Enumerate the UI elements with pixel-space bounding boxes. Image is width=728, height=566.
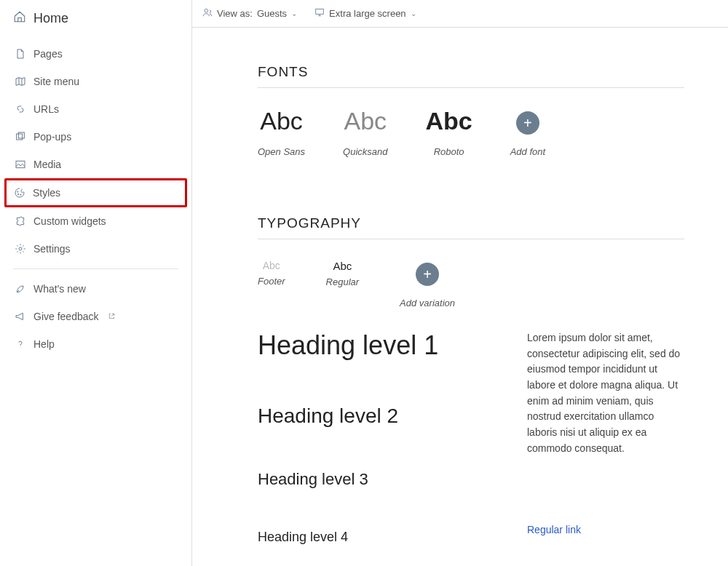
- nav-label: Settings: [33, 243, 71, 255]
- variation-name: Footer: [258, 276, 285, 287]
- font-sample: Abc: [425, 108, 472, 133]
- svg-point-7: [205, 9, 208, 12]
- font-tile-opensans[interactable]: Abc Open Sans: [258, 108, 305, 157]
- puzzle-icon: [15, 215, 26, 227]
- section-divider: [258, 239, 684, 239]
- add-font-label: Add font: [510, 146, 545, 157]
- image-icon: [15, 159, 26, 170]
- svg-rect-1: [18, 132, 24, 138]
- nav-list-main2: Custom widgets Settings: [0, 207, 191, 263]
- nav-item-pages[interactable]: Pages: [7, 40, 184, 68]
- screen-size-dropdown[interactable]: Extra large screen ⌄: [314, 7, 416, 20]
- monitor-icon: [314, 7, 325, 20]
- nav-item-styles[interactable]: Styles: [7, 180, 185, 205]
- nav-item-widgets[interactable]: Custom widgets: [7, 207, 184, 235]
- nav-label: Custom widgets: [33, 215, 106, 227]
- sidebar: Home Pages Site menu URLs Pop-ups Media …: [0, 0, 192, 566]
- gear-icon: [15, 243, 26, 255]
- font-tile-roboto[interactable]: Abc Roboto: [425, 108, 472, 157]
- topbar: View as: Guests ⌄ Extra large screen ⌄: [192, 0, 728, 28]
- lorem-paragraph: Lorem ipsum dolor sit amet, consectetur …: [527, 330, 684, 457]
- home-icon: [13, 10, 26, 27]
- nav-item-settings[interactable]: Settings: [7, 235, 184, 263]
- nav-list-footer: What's new Give feedback Help: [0, 275, 191, 358]
- typography-section: TYPOGRAPHY Abc Footer Abc Regular + Add …: [258, 215, 684, 566]
- nav-item-popups[interactable]: Pop-ups: [7, 123, 184, 151]
- svg-point-5: [20, 194, 21, 195]
- nav-label: Styles: [33, 187, 60, 199]
- nav-item-whatsnew[interactable]: What's new: [7, 275, 184, 303]
- fonts-title: FONTS: [258, 64, 684, 80]
- main-area: View as: Guests ⌄ Extra large screen ⌄ F…: [192, 0, 728, 566]
- sidebar-title: Home: [33, 11, 68, 26]
- typography-title: TYPOGRAPHY: [258, 215, 684, 231]
- external-link-icon: [108, 312, 116, 322]
- content-scroll[interactable]: FONTS Abc Open Sans Abc Quicksand Abc Ro…: [192, 28, 728, 566]
- view-as-prefix: View as:: [217, 8, 253, 19]
- heading-3: Heading level 3: [258, 470, 476, 489]
- help-icon: [15, 338, 26, 350]
- nav-label: Help: [33, 338, 55, 350]
- plus-icon: +: [516, 111, 539, 135]
- popup-icon: [15, 131, 26, 143]
- add-variation-label: Add variation: [400, 298, 455, 308]
- nav-label: What's new: [33, 283, 86, 295]
- nav-item-feedback[interactable]: Give feedback: [7, 303, 184, 330]
- typography-preview: Heading level 1 Heading level 2 Heading …: [258, 330, 684, 566]
- megaphone-icon: [15, 311, 26, 322]
- user-icon: [202, 7, 213, 20]
- headings-column: Heading level 1 Heading level 2 Heading …: [258, 330, 476, 566]
- variation-sample: Abc: [258, 260, 285, 271]
- chevron-down-icon: ⌄: [411, 9, 416, 17]
- map-icon: [15, 76, 26, 87]
- rocket-icon: [15, 283, 26, 295]
- section-divider: [258, 87, 684, 88]
- nav-divider: [13, 268, 178, 269]
- plus-icon: +: [416, 263, 439, 286]
- svg-point-6: [19, 247, 22, 250]
- nav-item-media[interactable]: Media: [7, 151, 184, 178]
- heading-4: Heading level 4: [258, 530, 476, 545]
- link-icon: [15, 103, 26, 115]
- variation-tile-footer[interactable]: Abc Footer: [258, 260, 285, 287]
- fonts-row: Abc Open Sans Abc Quicksand Abc Roboto +…: [258, 108, 684, 157]
- add-font-button[interactable]: + Add font: [510, 108, 545, 157]
- svg-rect-8: [316, 9, 324, 14]
- body-text-column: Lorem ipsum dolor sit amet, consectetur …: [527, 330, 684, 566]
- nav-label: Pages: [33, 48, 63, 60]
- typography-variations-row: Abc Footer Abc Regular + Add variation: [258, 260, 684, 308]
- svg-point-4: [17, 194, 18, 194]
- nav-label: Give feedback: [33, 311, 99, 322]
- add-variation-button[interactable]: + Add variation: [400, 260, 455, 308]
- chevron-down-icon: ⌄: [291, 9, 297, 17]
- font-sample: Abc: [343, 108, 387, 133]
- variation-sample: Abc: [326, 260, 360, 272]
- view-as-value: Guests: [257, 8, 287, 19]
- screen-value: Extra large screen: [329, 8, 406, 19]
- nav-list-main: Pages Site menu URLs Pop-ups Media: [0, 40, 191, 178]
- heading-1: Heading level 1: [258, 330, 476, 361]
- font-name: Quicksand: [343, 146, 387, 157]
- svg-point-3: [17, 191, 18, 192]
- nav-item-sitemenu[interactable]: Site menu: [7, 68, 184, 95]
- nav-item-urls[interactable]: URLs: [7, 95, 184, 123]
- nav-label: URLs: [33, 103, 59, 115]
- sidebar-home[interactable]: Home: [0, 10, 191, 40]
- variation-tile-regular[interactable]: Abc Regular: [326, 260, 360, 287]
- font-tile-quicksand[interactable]: Abc Quicksand: [343, 108, 387, 157]
- fonts-section: FONTS Abc Open Sans Abc Quicksand Abc Ro…: [258, 64, 684, 157]
- svg-rect-2: [16, 161, 25, 167]
- font-name: Roboto: [425, 146, 472, 157]
- nav-label: Site menu: [33, 76, 79, 87]
- svg-rect-0: [17, 134, 23, 140]
- variation-name: Regular: [326, 276, 360, 287]
- palette-icon: [14, 187, 25, 199]
- heading-2: Heading level 2: [258, 404, 476, 428]
- font-name: Open Sans: [258, 146, 305, 157]
- highlight-styles: Styles: [4, 178, 187, 207]
- regular-link[interactable]: Regular link: [527, 522, 581, 538]
- nav-item-help[interactable]: Help: [7, 330, 184, 358]
- view-as-dropdown[interactable]: View as: Guests ⌄: [202, 7, 297, 20]
- font-sample: Abc: [258, 108, 305, 133]
- nav-label: Media: [33, 159, 61, 170]
